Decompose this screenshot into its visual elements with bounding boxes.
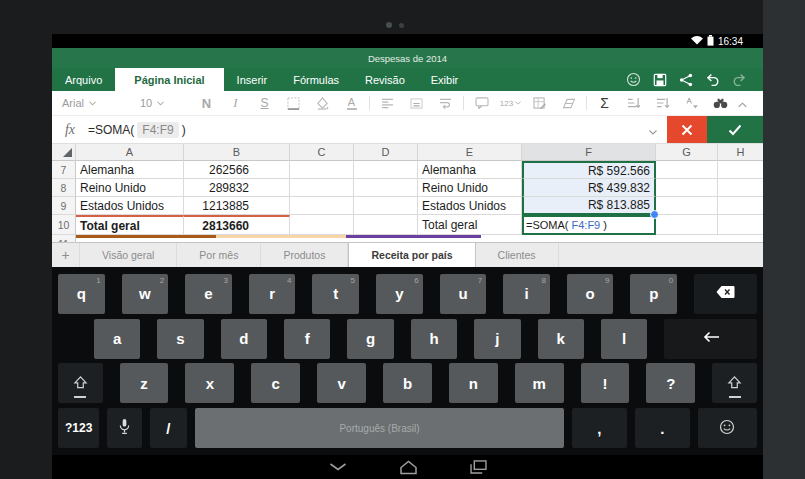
- key-d[interactable]: d: [221, 319, 267, 359]
- key-z[interactable]: z: [120, 363, 169, 403]
- cell-d10[interactable]: [354, 215, 418, 235]
- formula-input[interactable]: =SOMA( F4:F9 ): [88, 122, 186, 138]
- home-icon[interactable]: [399, 460, 418, 475]
- wrap-text-icon[interactable]: [431, 98, 460, 109]
- backspace-key[interactable]: [694, 274, 757, 314]
- key-c[interactable]: c: [251, 363, 300, 403]
- tab-pagina-inicial[interactable]: Página Inicial: [115, 68, 223, 91]
- font-color-icon[interactable]: A: [337, 97, 366, 110]
- cell-f8[interactable]: R$ 439.832: [522, 179, 656, 197]
- shift-key-right[interactable]: [712, 363, 757, 403]
- cell-c7[interactable]: [290, 161, 354, 179]
- key-n[interactable]: n: [449, 363, 498, 403]
- italic-button[interactable]: I: [221, 95, 250, 111]
- cell-d8[interactable]: [354, 179, 418, 197]
- formula-range-chip[interactable]: F4:F9: [137, 122, 178, 138]
- cell-h7[interactable]: [718, 161, 763, 179]
- align-center-icon[interactable]: [402, 98, 431, 109]
- key-l[interactable]: l: [601, 319, 647, 359]
- slash-key[interactable]: /: [150, 408, 187, 448]
- symbols-key[interactable]: ?123: [58, 408, 99, 448]
- cell-b10[interactable]: 2813660: [184, 215, 290, 235]
- column-header-d[interactable]: D: [354, 144, 418, 161]
- sheet-tab-receita-por-pais[interactable]: Receita por país: [348, 243, 475, 267]
- key-q[interactable]: q1: [58, 274, 105, 314]
- row-header-10[interactable]: 10: [52, 215, 76, 235]
- comma-key[interactable]: ,: [572, 408, 627, 448]
- cell-e8[interactable]: Reino Unido: [418, 179, 522, 197]
- column-header-e[interactable]: E: [418, 144, 522, 161]
- enter-key[interactable]: [664, 319, 757, 359]
- mic-key[interactable]: [107, 408, 141, 448]
- cell-f7[interactable]: R$ 592.566: [522, 161, 656, 179]
- key-h[interactable]: h: [411, 319, 457, 359]
- expand-formula-icon[interactable]: [639, 121, 667, 139]
- cell-g8[interactable]: [656, 179, 718, 197]
- key-i[interactable]: i8: [503, 274, 550, 314]
- tab-formulas[interactable]: Fórmulas: [280, 68, 352, 91]
- recents-icon[interactable]: [470, 460, 487, 474]
- tab-inserir[interactable]: Inserir: [224, 68, 281, 91]
- tab-exibir[interactable]: Exibir: [418, 68, 472, 91]
- key-y[interactable]: y6: [376, 274, 423, 314]
- align-left-icon[interactable]: [373, 98, 402, 109]
- key-question[interactable]: ?: [646, 363, 695, 403]
- key-b[interactable]: b: [383, 363, 432, 403]
- select-all-button[interactable]: [52, 144, 76, 161]
- cell-g10[interactable]: [656, 215, 718, 235]
- cell-c8[interactable]: [290, 179, 354, 197]
- key-u[interactable]: u7: [440, 274, 487, 314]
- fill-color-icon[interactable]: [308, 97, 337, 110]
- row-header-11[interactable]: 11: [52, 235, 76, 242]
- autosum-icon[interactable]: Σ: [590, 95, 619, 111]
- sheet-tab-clientes[interactable]: Clientes: [476, 243, 559, 267]
- cell-a10[interactable]: Total geral: [76, 215, 184, 235]
- key-v[interactable]: v: [317, 363, 366, 403]
- key-p[interactable]: p0: [630, 274, 677, 314]
- share-icon[interactable]: [679, 73, 693, 87]
- shift-key-left[interactable]: [58, 363, 103, 403]
- add-sheet-button[interactable]: +: [52, 243, 80, 267]
- key-t[interactable]: t5: [312, 274, 359, 314]
- key-s[interactable]: s: [157, 319, 203, 359]
- key-g[interactable]: g: [347, 319, 393, 359]
- number-format-icon[interactable]: 123: [496, 99, 525, 108]
- bold-button[interactable]: N: [192, 96, 221, 111]
- underline-button[interactable]: S: [250, 96, 279, 110]
- column-header-b[interactable]: B: [184, 144, 290, 161]
- cell-h10[interactable]: [718, 215, 763, 235]
- find-icon[interactable]: [706, 98, 735, 109]
- cell-g9[interactable]: [656, 197, 718, 215]
- format-cells-icon[interactable]: [525, 97, 554, 109]
- cell-c10[interactable]: [290, 215, 354, 235]
- cell-a7[interactable]: Alemanha: [76, 161, 184, 179]
- font-name-select[interactable]: Arial: [62, 97, 140, 109]
- sort-desc-icon[interactable]: [648, 97, 677, 109]
- selection-handle[interactable]: [650, 210, 659, 219]
- column-header-c[interactable]: C: [290, 144, 354, 161]
- row-header-8[interactable]: 8: [52, 179, 76, 197]
- column-header-h[interactable]: H: [718, 144, 763, 161]
- cell-d9[interactable]: [354, 197, 418, 215]
- sheet-tab-visao-geral[interactable]: Visão geral: [80, 243, 177, 267]
- feedback-smiley-icon[interactable]: [626, 72, 641, 87]
- sheet-tab-produtos[interactable]: Produtos: [261, 243, 348, 267]
- cell-b9[interactable]: 1213885: [184, 197, 290, 215]
- key-r[interactable]: r4: [249, 274, 296, 314]
- save-icon[interactable]: [653, 73, 667, 87]
- key-o[interactable]: o9: [567, 274, 614, 314]
- key-e[interactable]: e3: [185, 274, 232, 314]
- row-header-7[interactable]: 7: [52, 161, 76, 179]
- clear-icon[interactable]: [554, 98, 583, 109]
- cell-f9[interactable]: R$ 813.885: [522, 197, 656, 215]
- row-header-9[interactable]: 9: [52, 197, 76, 215]
- cell-e10[interactable]: Total geral: [418, 215, 522, 235]
- key-j[interactable]: j: [474, 319, 520, 359]
- period-key[interactable]: .: [635, 408, 690, 448]
- filter-icon[interactable]: [677, 97, 706, 109]
- confirm-edit-button[interactable]: [707, 116, 763, 143]
- key-exclamation[interactable]: !: [581, 363, 630, 403]
- redo-icon[interactable]: [732, 73, 747, 86]
- key-x[interactable]: x: [185, 363, 234, 403]
- sort-asc-icon[interactable]: [619, 97, 648, 109]
